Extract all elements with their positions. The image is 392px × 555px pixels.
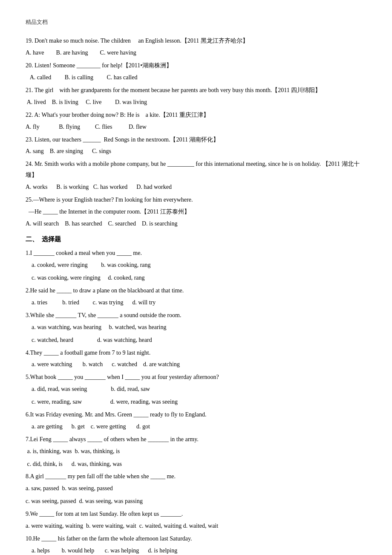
options-23: A. sang B. are singing C. sings: [26, 146, 366, 157]
options-s2-1a: a. cooked, were ringing b. was cooking, …: [26, 260, 366, 271]
question-21: 21. The girl with her grandparents for t…: [26, 85, 366, 96]
options-s2-10: a. helps b. would help c. was helping d.…: [26, 545, 366, 555]
options-s2-9: a. were waiting, waiting b. were waiting…: [26, 520, 366, 532]
options-s2-4: a. were watching b. watch c. watched d. …: [26, 359, 366, 370]
options-22: A. fly B. flying C. flies D. flew: [26, 121, 366, 133]
question-24: 24. Mr. Smith works with a mobile phone …: [26, 159, 366, 181]
options-s2-7a: a. is, thinking, was b. was, thinking, i…: [26, 446, 366, 457]
main-content: 19. Don't make so much noise. The childr…: [26, 35, 366, 555]
options-s2-8b: c. was seeing, passed d. was seeing, was…: [26, 496, 366, 507]
question-22: 22. A: What's your brother doing now? B:…: [26, 110, 366, 121]
question-s2-7: 7.Lei Feng _____ always _____ of others …: [26, 434, 366, 445]
options-s2-5a: a. did, read, was seeing b. did, read, s…: [26, 384, 366, 395]
question-s2-5: 5.What book _____ you _______ when I ___…: [26, 372, 366, 383]
question-s2-9: 9.We _____ for tom at ten last Sunday. H…: [26, 509, 366, 520]
options-s2-2: a. tries b. tried c. was trying d. will …: [26, 297, 366, 308]
options-21: A. lived B. is living C. live D. was liv…: [26, 97, 366, 108]
question-s2-10: 10.He _____ his father on the farm the w…: [26, 533, 366, 544]
options-s2-8a: a. saw, passed b. was seeing, passed: [26, 483, 366, 494]
options-20: A. called B. is calling C. has called: [26, 72, 366, 83]
options-24: A. works B. is working C. has worked D. …: [26, 182, 366, 193]
question-20: 20. Listen! Someone ________ for help!【2…: [26, 60, 366, 71]
section2-title: 二、 选择题: [26, 234, 366, 246]
question-25-1: 25.—Where is your English teacher? I'm l…: [26, 194, 366, 205]
question-s2-4: 4.They _____ a football game from 7 to 9…: [26, 347, 366, 358]
question-19: 19. Don't make so much noise. The childr…: [26, 35, 366, 46]
question-25-2: —He _____ the Internet in the computer r…: [26, 206, 366, 217]
watermark-top: 精品文档: [26, 17, 366, 27]
question-s2-2: 2.He said he _____ to draw a plane on th…: [26, 285, 366, 296]
options-s2-3b: c. watched, heard d. was watching, heard: [26, 335, 366, 346]
options-19: A. have B. are having C. were having: [26, 47, 366, 58]
options-s2-6: a. are getting b. get c. were getting d.…: [26, 421, 366, 432]
options-s2-5b: c. were, reading, saw d. were, reading, …: [26, 396, 366, 408]
options-s2-1b: c. was cooking, were ringing d. cooked, …: [26, 272, 366, 283]
options-s2-3a: a. was watching, was hearing b. watched,…: [26, 322, 366, 333]
question-s2-3: 3.While she _______ TV, she _______ a so…: [26, 310, 366, 321]
question-s2-8: 8.A girl _______ my pen fall off the tab…: [26, 471, 366, 482]
question-23: 23. Listen, our teachers ______ Red Song…: [26, 134, 366, 145]
options-s2-7b: c. did, think, is d. was, thinking, was: [26, 459, 366, 470]
question-s2-6: 6.It was Friday evening. Mr. and Mrs. Gr…: [26, 409, 366, 420]
question-s2-1: 1.I _______ cooked a meal when you _____…: [26, 248, 366, 259]
options-25: A. will search B. has searched C. search…: [26, 218, 366, 229]
